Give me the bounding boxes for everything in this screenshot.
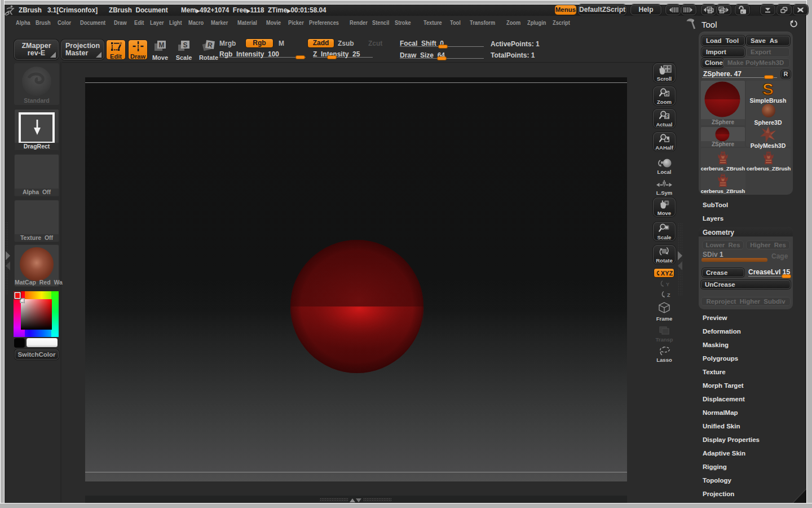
svg-text:Y: Y	[666, 282, 669, 287]
svg-text:Z: Z	[667, 292, 670, 298]
svg-text:M: M	[159, 41, 165, 49]
svg-text:S: S	[183, 41, 187, 49]
svg-text:S: S	[762, 81, 774, 97]
